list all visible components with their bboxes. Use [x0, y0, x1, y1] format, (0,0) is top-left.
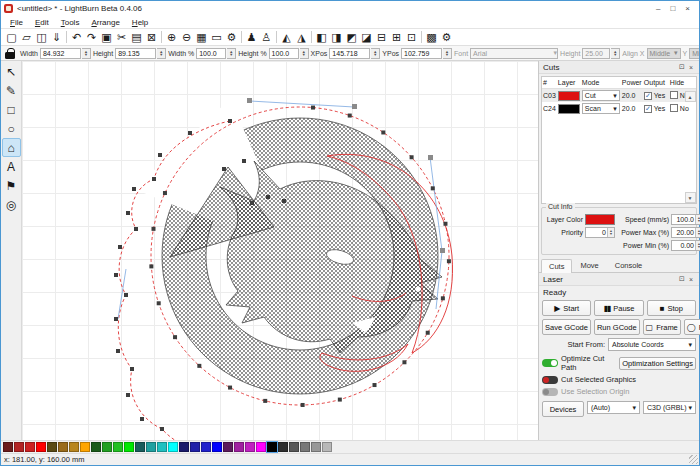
single-user-icon[interactable]: ♙ — [259, 30, 274, 45]
menu-edit[interactable]: Edit — [30, 17, 54, 28]
start-button[interactable]: ▶Start — [542, 300, 591, 316]
position-laser-tool[interactable]: ⚑ — [2, 176, 21, 195]
undo-icon[interactable]: ↶ — [69, 30, 84, 45]
power-min-input[interactable]: 0.00▲▼ — [671, 240, 700, 251]
device-name-combo[interactable]: C3D (GRBL)▾ — [643, 401, 696, 414]
optimization-settings-button[interactable]: Optimization Settings — [619, 357, 696, 370]
priority-input[interactable]: 0▲▼ — [585, 227, 615, 238]
layer-row-c03[interactable]: C03 Cut▾ 20.0 ✓Yes No — [542, 89, 696, 103]
power-max-input[interactable]: 20.00▲▼ — [671, 227, 700, 238]
ellipse-tool[interactable]: ○ — [2, 119, 21, 138]
delete-icon[interactable]: ⊠ — [144, 30, 159, 45]
palette-swatch[interactable] — [212, 442, 222, 452]
laser-float-icon[interactable]: ⊡ — [677, 275, 687, 283]
zoom-out-icon[interactable]: ⊖ — [179, 30, 194, 45]
palette-swatch[interactable] — [146, 442, 156, 452]
palette-swatch[interactable] — [14, 442, 24, 452]
palette-swatch[interactable] — [278, 442, 288, 452]
flip-vertical-icon[interactable]: ◮ — [294, 30, 309, 45]
grid-array-icon[interactable]: ▩ — [424, 30, 439, 45]
palette-swatch[interactable] — [245, 442, 255, 452]
xpos-spinner[interactable]: ▲▼ — [371, 48, 380, 59]
palette-swatch[interactable] — [113, 442, 123, 452]
palette-swatch[interactable] — [300, 442, 310, 452]
palette-swatch[interactable] — [234, 442, 244, 452]
width-pct-input[interactable]: 100.0 — [196, 48, 226, 59]
settings-gear-icon[interactable]: ⚙ — [224, 30, 239, 45]
palette-swatch[interactable] — [58, 442, 68, 452]
layer-mode-combo[interactable]: Cut▾ — [582, 90, 620, 101]
save-file-icon[interactable]: ◫ — [34, 30, 49, 45]
palette-swatch[interactable] — [69, 442, 79, 452]
close-button[interactable]: × — [685, 4, 690, 13]
width-spinner[interactable]: ▲▼ — [82, 48, 91, 59]
tab-console[interactable]: Console — [607, 258, 651, 272]
xpos-input[interactable]: 145.718 — [329, 48, 370, 59]
palette-swatch[interactable] — [25, 442, 35, 452]
menu-tools[interactable]: Tools — [56, 17, 85, 28]
copy-icon[interactable]: ▣ — [99, 30, 114, 45]
frame-circle-button[interactable]: ◯Frame — [684, 319, 700, 335]
palette-swatch[interactable] — [36, 442, 46, 452]
import-icon[interactable]: ⇓ — [49, 30, 64, 45]
run-gcode-button[interactable]: Run GCode — [594, 319, 640, 335]
align-bottom-icon[interactable]: ◪ — [359, 30, 374, 45]
device-port-combo[interactable]: (Auto)▾ — [587, 401, 640, 414]
cut-icon[interactable]: ✂ — [114, 30, 129, 45]
align-top-icon[interactable]: ◩ — [344, 30, 359, 45]
minimize-button[interactable]: – — [656, 4, 660, 13]
output-checkbox[interactable]: ✓Yes — [644, 92, 665, 100]
cut-selected-graphics-toggle[interactable] — [542, 376, 558, 384]
preview-icon[interactable]: ▭ — [209, 30, 224, 45]
cut-info-color-swatch[interactable] — [585, 214, 615, 225]
menu-help[interactable]: Help — [127, 17, 153, 28]
height-input[interactable]: 89.135 — [115, 48, 156, 59]
dragon-artwork[interactable] — [22, 61, 538, 440]
output-checkbox[interactable]: ✓Yes — [644, 105, 665, 113]
rectangle-tool[interactable]: □ — [2, 100, 21, 119]
tab-cuts[interactable]: Cuts — [541, 259, 572, 273]
group-users-icon[interactable]: ♟ — [244, 30, 259, 45]
edit-nodes-tool[interactable]: ⌂ — [2, 138, 21, 157]
distribute-vertical-icon[interactable]: ⊡ — [404, 30, 419, 45]
open-file-icon[interactable]: ▱ — [19, 30, 34, 45]
layer-mode-combo[interactable]: Scan▾ — [582, 103, 620, 114]
pause-button[interactable]: ▮▮Pause — [594, 300, 643, 316]
stop-button[interactable]: ■Stop — [647, 300, 696, 316]
draw-lines-tool[interactable]: ✎ — [2, 81, 21, 100]
palette-swatch[interactable] — [102, 442, 112, 452]
layer-color-swatch[interactable] — [558, 91, 580, 101]
laser-close-icon[interactable]: × — [687, 276, 695, 283]
palette-swatch[interactable] — [201, 442, 211, 452]
palette-swatch[interactable] — [223, 442, 233, 452]
palette-swatch[interactable] — [135, 442, 145, 452]
palette-swatch[interactable] — [256, 442, 266, 452]
paste-icon[interactable]: ▤ — [129, 30, 144, 45]
menu-arrange[interactable]: Arrange — [86, 17, 124, 28]
ypos-input[interactable]: 102.759 — [401, 48, 442, 59]
palette-swatch[interactable] — [322, 442, 332, 452]
text-tool[interactable]: A — [2, 157, 21, 176]
canvas[interactable] — [22, 61, 538, 440]
scroll-down-icon[interactable]: ▼ — [685, 192, 696, 203]
align-center-icon[interactable]: ⊟ — [374, 30, 389, 45]
palette-swatch[interactable] — [311, 442, 321, 452]
new-file-icon[interactable]: ▢ — [4, 30, 19, 45]
ypos-spinner[interactable]: ▲▼ — [443, 48, 452, 59]
save-gcode-button[interactable]: Save GCode — [542, 319, 591, 335]
zoom-in-icon[interactable]: ⊕ — [164, 30, 179, 45]
align-left-icon[interactable]: ◧ — [314, 30, 329, 45]
palette-swatch[interactable] — [289, 442, 299, 452]
frame-selection-icon[interactable]: ▦ — [194, 30, 209, 45]
offset-shapes-tool[interactable]: ◎ — [2, 195, 21, 214]
height-spinner[interactable]: ▲▼ — [157, 48, 166, 59]
palette-swatch[interactable] — [91, 442, 101, 452]
height-pct-spinner[interactable]: ▲▼ — [300, 48, 309, 59]
layer-color-swatch[interactable] — [558, 104, 580, 114]
layer-row-c24[interactable]: C24 Scan▾ 20.0 ✓Yes No — [542, 102, 696, 115]
cuts-float-icon[interactable]: ⊡ — [677, 63, 687, 71]
scroll-up-icon[interactable]: ▲ — [685, 91, 696, 102]
speed-input[interactable]: 100.0▲▼ — [671, 214, 700, 225]
redo-icon[interactable]: ↷ — [84, 30, 99, 45]
frame-square-button[interactable]: ▢Frame — [643, 319, 681, 335]
